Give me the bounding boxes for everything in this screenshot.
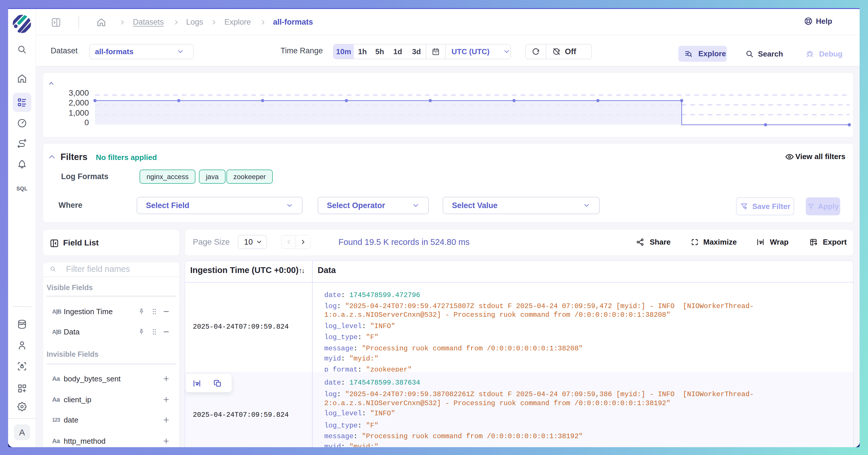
svg-text:3,000: 3,000 — [69, 88, 89, 97]
svg-text:2,000: 2,000 — [69, 98, 89, 107]
svg-text:0: 0 — [84, 118, 89, 127]
svg-text:1,000: 1,000 — [69, 108, 89, 117]
